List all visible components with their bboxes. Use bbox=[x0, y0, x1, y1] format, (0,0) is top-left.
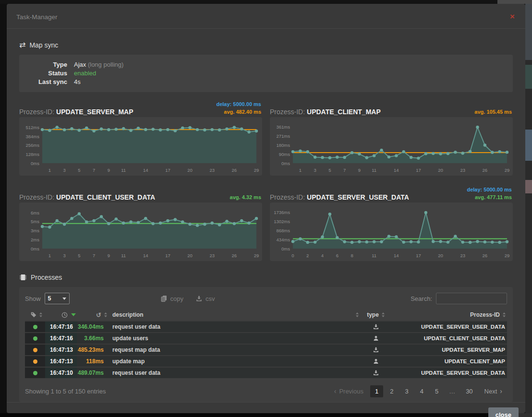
column-header-time[interactable] bbox=[45, 312, 77, 318]
chip-icon bbox=[19, 274, 27, 281]
chevron-left-icon: ‹ bbox=[334, 387, 337, 395]
chart-stats: avg. 105.45 ms bbox=[474, 100, 512, 116]
svg-text:20: 20 bbox=[187, 167, 193, 173]
svg-text:1: 1 bbox=[48, 167, 51, 173]
show-entries-select[interactable]: 5 bbox=[45, 293, 70, 304]
column-header-prozess-id[interactable]: Prozess-ID bbox=[390, 311, 507, 318]
info-row-status: Status enabled bbox=[26, 69, 506, 78]
svg-text:128ms: 128ms bbox=[25, 152, 39, 157]
chart-update-server-map: Prozess-ID: UPDATE_SERVER_MAP delay: 500… bbox=[19, 100, 262, 176]
info-label: Last sync bbox=[26, 78, 74, 86]
status-dot bbox=[33, 336, 37, 341]
svg-text:29: 29 bbox=[505, 167, 510, 173]
sort-icon bbox=[104, 312, 108, 318]
svg-text:2ms: 2ms bbox=[31, 237, 39, 242]
duration-cell: 346.04ms bbox=[77, 322, 108, 332]
csv-label: csv bbox=[206, 295, 215, 302]
background-block bbox=[525, 180, 532, 193]
copy-label: copy bbox=[170, 295, 183, 302]
svg-text:17: 17 bbox=[165, 253, 170, 258]
search-label: Search: bbox=[411, 295, 432, 302]
duration-cell: 489.07ms bbox=[77, 368, 108, 378]
chart-panel: 0ms90ms180ms271ms361ms135791114172023262… bbox=[270, 117, 513, 176]
sync-arrows-icon: ⇄ bbox=[19, 42, 25, 48]
svg-text:26: 26 bbox=[232, 167, 237, 173]
svg-text:29: 29 bbox=[254, 167, 259, 173]
column-header-status[interactable] bbox=[25, 312, 45, 318]
svg-text:5ms: 5ms bbox=[31, 219, 39, 224]
page-button-1[interactable]: 1 bbox=[370, 385, 383, 397]
svg-text:3ms: 3ms bbox=[31, 228, 39, 233]
column-header-type[interactable]: type bbox=[362, 311, 390, 318]
background-right-edge bbox=[525, 4, 532, 413]
svg-text:20: 20 bbox=[187, 253, 193, 258]
prozess-id-cell: UPDATE_CLIENT_USER_DATA bbox=[390, 333, 507, 344]
svg-text:0ms: 0ms bbox=[31, 161, 39, 166]
svg-text:17: 17 bbox=[416, 253, 421, 258]
svg-text:0ms: 0ms bbox=[31, 246, 39, 251]
svg-text:14: 14 bbox=[394, 253, 399, 258]
info-label: Type bbox=[26, 60, 74, 69]
description-header-label: description bbox=[112, 311, 144, 318]
previous-page-button[interactable]: ‹Previous bbox=[329, 385, 368, 397]
map-sync-title: Map sync bbox=[29, 41, 58, 49]
search-group: Search: bbox=[411, 293, 507, 304]
table-row: 16:47:13118msupdate mapUPDATE_CLIENT_MAP bbox=[25, 355, 507, 367]
chart-avg-stat: avg. 477.11 ms bbox=[467, 193, 512, 201]
sort-icon bbox=[39, 312, 43, 318]
svg-text:0ms: 0ms bbox=[281, 161, 290, 166]
chart-avg-stat: avg. 482.40 ms bbox=[216, 108, 261, 116]
status-value: enabled bbox=[74, 69, 96, 78]
svg-text:29: 29 bbox=[505, 253, 510, 258]
status-dot bbox=[33, 348, 37, 352]
svg-text:23: 23 bbox=[209, 167, 215, 173]
description-cell: request user data bbox=[108, 368, 362, 378]
download-icon bbox=[373, 347, 379, 353]
showing-entries-text: Showing 1 to 5 of 150 entries bbox=[25, 388, 106, 395]
next-page-button[interactable]: Next› bbox=[480, 385, 507, 397]
page-button-30[interactable]: 30 bbox=[461, 385, 477, 397]
page-button-5[interactable]: 5 bbox=[430, 385, 443, 397]
svg-text:1736ms: 1736ms bbox=[274, 210, 290, 215]
prozess-id-cell: UPDATE_SERVER_USER_DATA bbox=[390, 368, 507, 378]
csv-button[interactable]: csv bbox=[196, 295, 215, 302]
processes-panel: Show 5 copy bbox=[19, 287, 513, 402]
svg-text:0ms: 0ms bbox=[281, 246, 290, 251]
chart-stats: delay: 5000.00 ms avg. 477.11 ms bbox=[467, 186, 512, 201]
info-extra-text: (long polling) bbox=[88, 60, 123, 69]
tag-icon bbox=[31, 312, 36, 318]
table-row: 16:47:13485.23msrequest map dataUPDATE_S… bbox=[25, 344, 507, 355]
status-cell bbox=[25, 322, 45, 332]
svg-text:1: 1 bbox=[48, 253, 51, 258]
duration-cell: 485.23ms bbox=[77, 345, 108, 355]
chart-panel: 0ms434ms868ms1302ms1736ms024681114172023… bbox=[270, 203, 513, 261]
svg-text:14: 14 bbox=[143, 167, 148, 173]
page-button-4[interactable]: 4 bbox=[415, 385, 428, 397]
description-cell: request map data bbox=[108, 345, 362, 355]
modal-title: Task-Manager bbox=[16, 13, 58, 21]
info-value: Ajax bbox=[74, 60, 86, 69]
search-input[interactable] bbox=[436, 293, 507, 304]
user-icon bbox=[373, 335, 379, 341]
table-row: 16:47:163.66msupdate usersUPDATE_CLIENT_… bbox=[25, 332, 507, 344]
svg-text:434ms: 434ms bbox=[276, 237, 290, 242]
page-button-3[interactable]: 3 bbox=[400, 385, 413, 397]
column-header-description[interactable]: description bbox=[108, 311, 362, 318]
svg-text:11: 11 bbox=[372, 167, 376, 173]
column-header-duration[interactable]: ↺ bbox=[77, 311, 108, 319]
svg-text:23: 23 bbox=[460, 253, 465, 258]
close-icon[interactable]: × bbox=[510, 13, 515, 20]
type-cell bbox=[362, 333, 390, 344]
status-cell bbox=[25, 368, 45, 378]
copy-button[interactable]: copy bbox=[161, 295, 183, 302]
time-cell: 16:47:16 bbox=[45, 322, 77, 332]
info-label: Status bbox=[26, 69, 74, 78]
page-button-2[interactable]: 2 bbox=[385, 385, 398, 397]
close-button[interactable]: close bbox=[488, 407, 519, 417]
modal-footer: close bbox=[7, 402, 525, 417]
svg-text:3: 3 bbox=[63, 167, 65, 173]
svg-text:180ms: 180ms bbox=[276, 143, 290, 148]
svg-text:20: 20 bbox=[438, 253, 443, 258]
type-cell bbox=[362, 322, 390, 332]
map-sync-heading: ⇄ Map sync bbox=[19, 41, 513, 49]
